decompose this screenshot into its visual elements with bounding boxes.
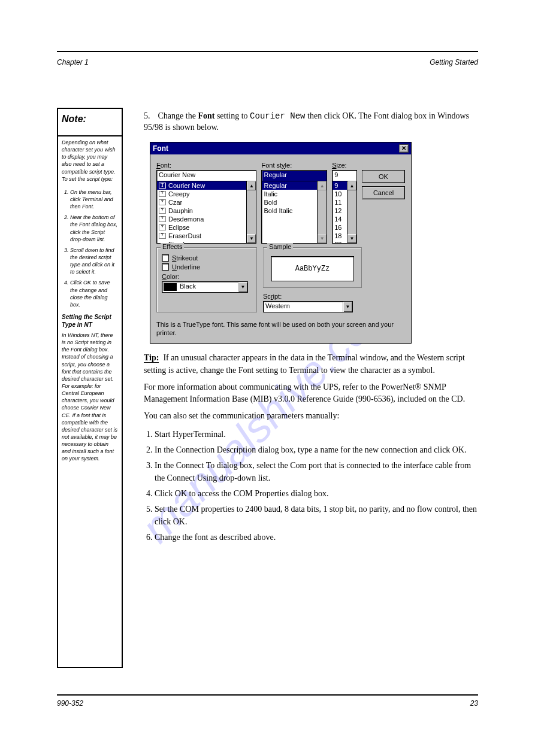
- note-subtitle: Setting the Script Type in NT: [62, 313, 118, 329]
- truetype-icon: ᵀ: [159, 224, 166, 230]
- style-label: Font style:: [261, 162, 327, 169]
- chevron-down-icon[interactable]: ▼: [238, 282, 247, 292]
- scroll-up-icon[interactable]: ▲: [318, 181, 327, 190]
- truetype-icon: ᵀ: [159, 216, 166, 222]
- color-dropdown[interactable]: Black ▼: [162, 281, 248, 293]
- sidebar-note: Note: Depending on what character set yo…: [57, 108, 123, 668]
- manual-setup-intro: You can also set the communication param…: [144, 410, 478, 422]
- page-header: Chapter 1 Getting Started: [57, 58, 478, 66]
- dialog-title: Font: [153, 144, 168, 153]
- scroll-down-icon[interactable]: ▼: [247, 234, 256, 243]
- script-value: Western: [264, 302, 343, 312]
- chevron-down-icon[interactable]: ▼: [343, 302, 352, 312]
- header-rule: [57, 51, 478, 52]
- truetype-icon: T: [159, 183, 166, 189]
- color-value: Black: [178, 282, 238, 292]
- truetype-icon: ᵀ: [159, 191, 166, 197]
- sample-preview: AaBbYyZz: [271, 256, 354, 281]
- setup-step: In the Connection Description dialog box…: [155, 444, 478, 456]
- step-number: 5.: [144, 111, 156, 122]
- checkbox-icon: [162, 254, 169, 262]
- sample-group: Sample AaBbYyZz: [263, 247, 362, 288]
- scrollbar[interactable]: ▲ ▼: [247, 181, 256, 244]
- setup-step: Click OK to access the COM Properties di…: [155, 488, 478, 500]
- style-list[interactable]: Regular Italic Bold Bold Italic: [261, 181, 318, 244]
- note-step: Scroll down to find the desired script t…: [70, 247, 118, 276]
- ok-button[interactable]: OK: [362, 170, 405, 183]
- scrollbar[interactable]: ▲ ▼: [347, 181, 357, 244]
- size-label: Size:: [332, 162, 357, 169]
- tip-paragraph: Tip: If an unusual character appears in …: [144, 352, 478, 377]
- size-list[interactable]: 9 10 11 12 14 16 18 20: [332, 181, 347, 244]
- color-label: Color:: [162, 273, 252, 280]
- dialog-titlebar[interactable]: Font ✕: [150, 142, 411, 154]
- scrollbar[interactable]: ▲ ▼: [318, 181, 327, 244]
- style-input[interactable]: Regular: [261, 170, 327, 181]
- close-icon[interactable]: ✕: [399, 144, 409, 153]
- footer-rule: [57, 694, 478, 696]
- setup-step: In the Connect To dialog box, select the…: [155, 460, 478, 484]
- footer-left: 990-352: [57, 699, 83, 708]
- note-body: Depending on what character set you wish…: [58, 136, 122, 667]
- step-5-intro: 5. Change the Font setting to Courier Ne…: [144, 111, 478, 133]
- manual-setup-steps: Start HyperTerminal. In the Connection D…: [155, 429, 478, 544]
- footer-right: 23: [470, 699, 478, 708]
- scroll-down-icon[interactable]: ▼: [318, 234, 327, 243]
- truetype-icon: ᵀ: [159, 233, 166, 239]
- note-step: On the menu bar, click Terminal and then…: [70, 189, 118, 210]
- header-left: Chapter 1: [57, 58, 89, 66]
- cancel-button[interactable]: Cancel: [362, 186, 405, 199]
- underline-checkbox[interactable]: Underline: [162, 263, 252, 271]
- setup-step: Start HyperTerminal.: [155, 429, 478, 441]
- truetype-icon: ᵀ: [159, 208, 166, 214]
- strikeout-checkbox[interactable]: Strikeout: [162, 254, 252, 262]
- font-dialog: Font ✕ Font: Courier New TCourier New ᵀC…: [150, 142, 412, 344]
- script-dropdown[interactable]: Western ▼: [263, 301, 353, 312]
- note-title: Note:: [58, 109, 122, 136]
- size-input[interactable]: 9: [332, 170, 357, 181]
- font-input[interactable]: Courier New: [156, 170, 256, 181]
- checkbox-icon: [162, 263, 169, 271]
- scroll-up-icon[interactable]: ▲: [247, 181, 256, 190]
- color-swatch-icon: [164, 283, 177, 291]
- effects-group: Effects Strikeout Underline Color: Black: [156, 247, 257, 312]
- note-lead: Depending on what character set you wish…: [62, 139, 118, 183]
- scroll-up-icon[interactable]: ▲: [347, 181, 356, 190]
- header-right: Getting Started: [430, 58, 478, 66]
- note-tail: In Windows NT, there is no Script settin…: [62, 332, 118, 463]
- page-footer: 990-352 23: [57, 699, 478, 708]
- truetype-icon: ᵀ: [159, 199, 166, 205]
- font-list[interactable]: TCourier New ᵀCreepy ᵀCzar ᵀDauphin ᵀDes…: [156, 181, 247, 244]
- setup-step: Change the font as described above.: [155, 532, 478, 544]
- note-step: Click OK to save the change and close th…: [70, 279, 118, 308]
- sample-label: Sample: [267, 243, 293, 250]
- reference-paragraph: For more information about communicating…: [144, 381, 478, 406]
- font-label: Font:: [156, 162, 256, 169]
- dialog-footer-message: This is a TrueType font. This same font …: [150, 317, 411, 344]
- script-label: Script:: [263, 293, 362, 300]
- setup-step: Set the COM properties to 2400 baud, 8 d…: [155, 503, 478, 528]
- scroll-down-icon[interactable]: ▼: [347, 234, 356, 243]
- effects-label: Effects: [161, 243, 184, 250]
- note-step: Near the bottom of the Font dialog box, …: [70, 214, 118, 243]
